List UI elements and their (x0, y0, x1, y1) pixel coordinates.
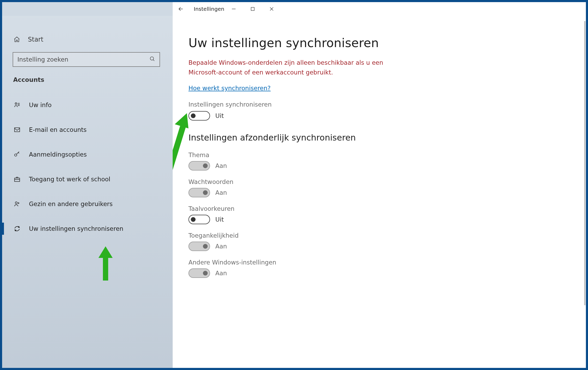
home-icon (13, 36, 21, 43)
titlebar: Instellingen (2, 2, 586, 16)
sub-heading: Instellingen afzonderlijk synchroniseren (188, 133, 586, 143)
arrow-left-icon (178, 6, 184, 12)
maximize-button[interactable] (243, 2, 262, 16)
scrollbar[interactable] (584, 21, 585, 305)
svg-point-6 (15, 103, 17, 104)
nav-list: Uw info E-mail en accounts Aanmeldingsop… (2, 87, 173, 241)
sidebar-item-sync-settings[interactable]: Uw instellingen synchroniseren (2, 216, 173, 241)
maximize-icon (251, 7, 255, 11)
minimize-icon (232, 7, 236, 11)
sidebar-item-family-users[interactable]: Gezin en andere gebruikers (2, 192, 173, 216)
search-icon (150, 56, 155, 63)
sync-icon (13, 225, 21, 233)
toggle-state-text: Aan (215, 243, 227, 250)
sidebar-item-email-accounts[interactable]: E-mail en accounts (2, 117, 173, 142)
setting-label: Toegankelijkheid (188, 232, 586, 239)
sidebar-item-work-school[interactable]: Toegang tot werk of school (2, 167, 173, 192)
language-prefs-toggle[interactable] (188, 215, 210, 224)
sidebar-item-label: Aanmeldingsopties (29, 151, 87, 158)
accessibility-toggle[interactable] (188, 242, 210, 251)
sync-settings-toggle[interactable] (188, 111, 210, 121)
close-icon (270, 7, 274, 11)
close-button[interactable] (262, 2, 281, 16)
toggle-state-text: Uit (215, 112, 224, 119)
search-box[interactable] (13, 52, 160, 67)
sidebar-item-label: Toegang tot werk of school (29, 176, 110, 183)
sidebar-item-label: Uw info (29, 102, 52, 108)
setting-label: Thema (188, 152, 586, 158)
search-input[interactable] (17, 56, 150, 63)
svg-rect-10 (14, 128, 20, 132)
home-label: Start (28, 36, 43, 43)
sidebar-item-signin-options[interactable]: Aanmeldingsopties (2, 142, 173, 167)
warning-text: Bepaalde Windows-onderdelen zijn alleen … (188, 58, 399, 77)
svg-point-4 (150, 57, 154, 60)
mail-icon (13, 126, 21, 134)
svg-rect-1 (251, 7, 254, 11)
sidebar-item-label: E-mail en accounts (29, 126, 87, 133)
home-button[interactable]: Start (2, 30, 173, 49)
briefcase-icon (13, 175, 21, 183)
help-link[interactable]: Hoe werkt synchroniseren? (188, 85, 586, 92)
toggle-state-text: Aan (215, 189, 227, 196)
back-button[interactable] (173, 2, 189, 16)
window-title: Instellingen (189, 6, 224, 12)
sidebar: Start Accounts Uw info (2, 16, 173, 368)
setting-label: Taalvoorkeuren (188, 205, 586, 212)
toggle-state-text: Uit (215, 216, 224, 223)
sidebar-item-label: Uw instellingen synchroniseren (29, 225, 123, 232)
other-windows-settings-toggle[interactable] (188, 268, 210, 278)
minimize-button[interactable] (224, 2, 243, 16)
user-info-icon (13, 101, 21, 109)
section-label: Accounts (2, 72, 173, 87)
theme-toggle[interactable] (188, 161, 210, 171)
passwords-toggle[interactable] (188, 188, 210, 197)
setting-label: Andere Windows-instellingen (188, 259, 586, 266)
page-title: Uw instellingen synchroniseren (188, 36, 586, 50)
annotation-arrow-icon (94, 246, 117, 281)
toggle-state-text: Aan (215, 270, 227, 277)
content-area: Uw instellingen synchroniseren Bepaalde … (173, 16, 586, 368)
key-icon (13, 151, 21, 158)
main-toggle-label: Instellingen synchroniseren (188, 101, 586, 108)
svg-point-11 (14, 154, 17, 156)
people-icon (13, 200, 21, 208)
setting-label: Wachtwoorden (188, 178, 586, 185)
svg-rect-12 (14, 178, 20, 182)
toggle-state-text: Aan (215, 162, 227, 169)
sidebar-item-label: Gezin en andere gebruikers (29, 201, 113, 207)
svg-point-14 (15, 202, 17, 204)
sidebar-item-your-info[interactable]: Uw info (2, 93, 173, 117)
settings-window: Instellingen Start (2, 2, 586, 368)
svg-line-5 (153, 59, 155, 61)
